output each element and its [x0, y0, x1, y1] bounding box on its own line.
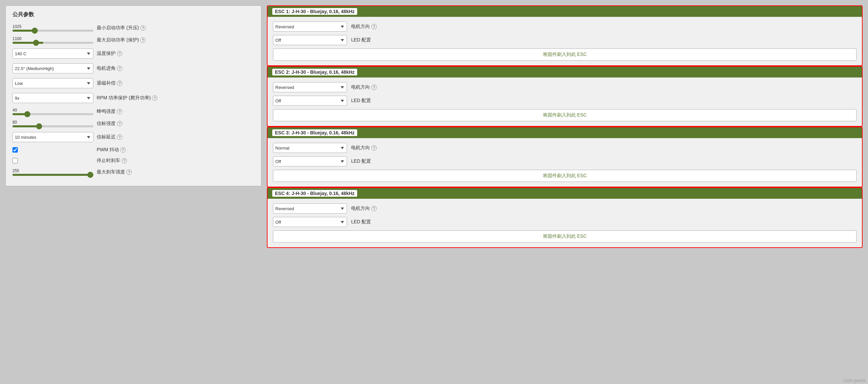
- esc-body-esc2: ReversedNormalBidirectional电机方向 ?OffOnLE…: [268, 77, 862, 126]
- checkbox-pwm_dither[interactable]: [12, 147, 18, 153]
- esc-header-esc3: ESC 3: J-H-30 - Bluejay, 0.16, 48kHz: [268, 127, 862, 138]
- param-label-pwm_dither: PWM 抖动 ?: [97, 147, 126, 153]
- esc-direction-row-esc3: ReversedNormalBidirectional电机方向 ?: [273, 143, 857, 153]
- slider-input-max_brake[interactable]: [12, 174, 93, 176]
- esc-led-row-esc1: OffOnLED 配置: [273, 35, 857, 45]
- esc-card-esc3: ESC 3: J-H-30 - Bluejay, 0.16, 48kHzReve…: [267, 127, 863, 187]
- esc-flash-button-esc4[interactable]: 将固件刷入到此 ESC: [273, 230, 857, 243]
- esc-title-esc3: ESC 3: J-H-30 - Bluejay, 0.16, 48kHz: [272, 129, 357, 136]
- slider-input-min_startup[interactable]: [12, 30, 93, 32]
- param-label-max_brake: 最大刹车强度 ?: [97, 169, 132, 175]
- esc-direction-label-esc4: 电机方向 ?: [351, 205, 377, 212]
- help-icon-brake_on_stop[interactable]: ?: [122, 158, 127, 163]
- help-icon-pwm_dither[interactable]: ?: [120, 147, 126, 153]
- param-label-min_startup: 最小启动功率 (升压) ?: [97, 25, 146, 31]
- param-label-signal_strength: 信标强度 ?: [97, 121, 122, 127]
- param-row-max_startup: 1100最大启动功率 (保护) ?: [12, 36, 254, 44]
- param-row-max_brake: 255最大刹车强度 ?: [12, 168, 254, 176]
- help-icon-motor_advance[interactable]: ?: [117, 66, 122, 71]
- esc-led-select-esc1[interactable]: OffOn: [273, 35, 347, 45]
- esc-direction-row-esc2: ReversedNormalBidirectional电机方向 ?: [273, 82, 857, 92]
- param-row-min_startup: 1025最小启动功率 (升压) ?: [12, 24, 254, 32]
- select-motor_advance[interactable]: 22.5° (MediumHigh)0°7.5°15°30°: [12, 63, 93, 73]
- esc-direction-help-esc1[interactable]: ?: [371, 24, 377, 29]
- param-row-demag: LowMediumHigh退磁补偿 ?: [12, 78, 254, 88]
- left-panel: 公共参数 1025最小启动功率 (升压) ?1100最大启动功率 (保护) ?1…: [5, 5, 261, 186]
- esc-card-esc1: ESC 1: J-H-30 - Bluejay, 0.16, 48kHzReve…: [267, 5, 863, 66]
- esc-direction-help-esc3[interactable]: ?: [371, 145, 377, 151]
- select-demag[interactable]: LowMediumHigh: [12, 78, 93, 88]
- esc-led-select-esc4[interactable]: OffOn: [273, 217, 347, 227]
- param-label-max_startup: 最大启动功率 (保护) ?: [97, 37, 146, 43]
- param-row-signal_delay: 10 minutes1 minute2 minutes5 minutes信标延迟…: [12, 132, 254, 142]
- param-row-signal_strength: 80信标强度 ?: [12, 120, 254, 127]
- slider-container-max_brake: 255: [12, 168, 93, 176]
- help-icon-signal_strength[interactable]: ?: [117, 121, 122, 126]
- esc-card-esc2: ESC 2: J-H-30 - Bluejay, 0.16, 48kHzReve…: [267, 66, 863, 127]
- select-temp_protection[interactable]: 140 C150 C160 C170 C: [12, 49, 93, 59]
- help-icon-signal_delay[interactable]: ?: [117, 134, 122, 140]
- checkbox-container-brake_on_stop: [12, 158, 93, 163]
- checkbox-container-pwm_dither: [12, 147, 93, 153]
- esc-flash-button-esc1[interactable]: 将固件刷入到此 ESC: [273, 49, 857, 61]
- select-signal_delay[interactable]: 10 minutes1 minute2 minutes5 minutes: [12, 132, 93, 142]
- slider-input-signal_strength[interactable]: [12, 125, 93, 127]
- esc-direction-row-esc4: ReversedNormalBidirectional电机方向 ?: [273, 203, 857, 214]
- param-row-brake_on_stop: 停止时刹车 ?: [12, 158, 254, 164]
- help-icon-beep_strength[interactable]: ?: [117, 109, 122, 114]
- param-label-demag: 退磁补偿 ?: [97, 80, 122, 86]
- panel-title: 公共参数: [12, 11, 254, 18]
- watermark: CSDN @db20l: [843, 379, 865, 383]
- esc-led-select-esc3[interactable]: OffOn: [273, 156, 347, 166]
- help-icon-temp_protection[interactable]: ?: [117, 51, 122, 56]
- esc-card-esc4: ESC 4: J-H-30 - Bluejay, 0.16, 48kHzReve…: [267, 187, 863, 248]
- esc-body-esc4: ReversedNormalBidirectional电机方向 ?OffOnLE…: [268, 199, 862, 247]
- esc-flash-button-esc3[interactable]: 将固件刷入到此 ESC: [273, 170, 857, 182]
- esc-title-esc4: ESC 4: J-H-30 - Bluejay, 0.16, 48kHz: [272, 190, 357, 197]
- esc-direction-label-esc1: 电机方向 ?: [351, 24, 377, 30]
- esc-direction-select-esc1[interactable]: ReversedNormalBidirectional: [273, 22, 347, 32]
- esc-direction-label-esc2: 电机方向 ?: [351, 84, 377, 90]
- esc-direction-label-esc3: 电机方向 ?: [351, 145, 377, 151]
- esc-led-label-esc1: LED 配置: [351, 37, 371, 43]
- esc-direction-help-esc2[interactable]: ?: [371, 85, 377, 90]
- param-label-temp_protection: 温度保护 ?: [97, 51, 122, 57]
- esc-direction-select-esc4[interactable]: ReversedNormalBidirectional: [273, 203, 347, 214]
- esc-body-esc1: ReversedNormalBidirectional电机方向 ?OffOnLE…: [268, 17, 862, 65]
- esc-led-row-esc3: OffOnLED 配置: [273, 156, 857, 166]
- help-icon-max_startup[interactable]: ?: [140, 37, 146, 43]
- esc-header-esc1: ESC 1: J-H-30 - Bluejay, 0.16, 48kHz: [268, 6, 862, 17]
- help-icon-rpm_protection[interactable]: ?: [152, 95, 157, 101]
- esc-led-label-esc3: LED 配置: [351, 158, 371, 164]
- esc-flash-button-esc2[interactable]: 将固件刷入到此 ESC: [273, 109, 857, 121]
- slider-container-min_startup: 1025: [12, 24, 93, 32]
- param-row-temp_protection: 140 C150 C160 C170 C温度保护 ?: [12, 49, 254, 59]
- esc-direction-select-esc2[interactable]: ReversedNormalBidirectional: [273, 82, 347, 92]
- select-rpm_protection[interactable]: 9x1x2x4x: [12, 93, 93, 103]
- esc-header-esc2: ESC 2: J-H-30 - Bluejay, 0.16, 48kHz: [268, 67, 862, 77]
- esc-body-esc3: ReversedNormalBidirectional电机方向 ?OffOnLE…: [268, 138, 862, 187]
- help-icon-max_brake[interactable]: ?: [126, 169, 132, 175]
- param-row-motor_advance: 22.5° (MediumHigh)0°7.5°15°30°电机进角 ?: [12, 63, 254, 73]
- esc-led-select-esc2[interactable]: OffOn: [273, 96, 347, 106]
- help-icon-min_startup[interactable]: ?: [140, 25, 146, 31]
- slider-container-beep_strength: 40: [12, 108, 93, 115]
- checkbox-brake_on_stop[interactable]: [12, 158, 18, 163]
- esc-led-label-esc4: LED 配置: [351, 219, 371, 225]
- esc-direction-row-esc1: ReversedNormalBidirectional电机方向 ?: [273, 22, 857, 32]
- esc-title-esc1: ESC 1: J-H-30 - Bluejay, 0.16, 48kHz: [272, 8, 357, 15]
- esc-direction-help-esc4[interactable]: ?: [371, 206, 377, 211]
- param-label-motor_advance: 电机进角 ?: [97, 65, 122, 71]
- esc-header-esc4: ESC 4: J-H-30 - Bluejay, 0.16, 48kHz: [268, 188, 862, 199]
- esc-direction-select-esc3[interactable]: ReversedNormalBidirectional: [273, 143, 347, 153]
- param-label-brake_on_stop: 停止时刹车 ?: [97, 158, 127, 164]
- slider-input-max_startup[interactable]: [12, 42, 93, 44]
- param-row-pwm_dither: PWM 抖动 ?: [12, 147, 254, 153]
- param-row-beep_strength: 40蜂鸣强度 ?: [12, 108, 254, 115]
- help-icon-demag[interactable]: ?: [117, 81, 122, 86]
- right-panel: ESC 1: J-H-30 - Bluejay, 0.16, 48kHzReve…: [267, 5, 863, 248]
- param-row-rpm_protection: 9x1x2x4xRPM 功率保护 (爬升功率) ?: [12, 93, 254, 103]
- esc-led-row-esc2: OffOnLED 配置: [273, 96, 857, 106]
- esc-led-label-esc2: LED 配置: [351, 98, 371, 104]
- slider-input-beep_strength[interactable]: [12, 113, 93, 115]
